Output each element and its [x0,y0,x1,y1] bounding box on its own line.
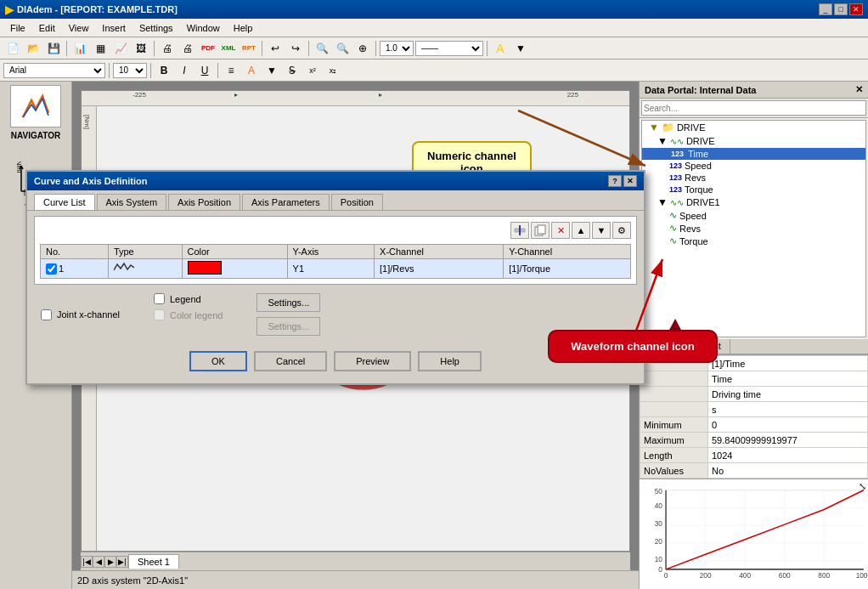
tree-item-drive1-wf[interactable]: ▼ ∿∿ DRIVE1 [642,195,865,209]
svg-text:200: 200 [700,572,712,580]
tree-item-revs[interactable]: 123 Revs [642,172,865,184]
dialog-help-btn[interactable]: ? [608,175,622,187]
tree-item-drive1-torque[interactable]: ∿ Torque [642,235,865,247]
dialog-tab-position[interactable]: Position [331,194,383,210]
undo-btn[interactable]: ↩ [266,40,285,57]
minimize-button[interactable]: _ [819,3,832,15]
tree-item-drive-folder[interactable]: ▼ 📁 DRIVE [642,121,865,134]
color-legend-settings-btn[interactable]: Settings... [256,317,320,336]
table-up-btn[interactable]: ▲ [572,222,590,239]
align-left-btn[interactable]: ≡ [222,62,240,79]
sheet-first-btn[interactable]: |◀ [81,556,93,568]
portal-close-btn[interactable]: ✕ [855,84,863,95]
curve-ychannel-1: [1]/Torque [504,259,631,279]
sheet-prev-btn[interactable]: ◀ [93,556,104,568]
title-bar-controls[interactable]: _ □ ✕ [819,3,863,15]
svg-text:10: 10 [655,556,663,564]
color-swatch-1[interactable] [188,261,222,275]
font-color-arrow[interactable]: ▼ [262,62,281,79]
tsep1 [109,63,110,78]
menu-view[interactable]: View [62,21,96,35]
maximize-button[interactable]: □ [834,3,848,15]
color-btn[interactable]: A [491,40,510,57]
new-btn[interactable]: 📄 [3,40,22,57]
superscript-btn[interactable]: x² [303,62,322,79]
tree-item-time[interactable]: 123 Time [642,148,865,160]
font-size[interactable]: 10 [113,63,147,78]
dialog-close-btn[interactable]: ✕ [623,175,637,187]
redo-btn[interactable]: ↪ [286,40,305,57]
waveform-icon-speed: ∿ [669,210,677,221]
menu-insert[interactable]: Insert [95,21,132,35]
rpt-btn[interactable]: RPT [240,40,258,57]
fit-btn[interactable]: ⊕ [353,40,372,57]
curve-check-1[interactable] [46,263,57,275]
img-btn[interactable]: 🖼 [132,40,150,57]
xml-btn[interactable]: XML [219,40,238,57]
ok-button[interactable]: OK [189,351,247,371]
tree-item-drive1-revs[interactable]: ∿ Revs [642,222,865,235]
table-add-btn[interactable] [510,222,529,239]
tree-item-drive-wf[interactable]: ▼ ∿∿ DRIVE [642,134,865,148]
save-btn[interactable]: 💾 [44,40,63,57]
zoom-out-btn[interactable]: 🔍 [333,40,352,57]
font-family[interactable]: Arial [3,63,105,78]
cancel-button[interactable]: Cancel [254,351,327,371]
chart-btn[interactable]: 📊 [70,40,89,57]
navigator-icon[interactable] [10,85,61,127]
bold-btn[interactable]: B [155,62,173,79]
sheet-next-btn[interactable]: ▶ [104,556,116,568]
table-settings-btn[interactable]: ⚙ [612,222,631,239]
color-arrow[interactable]: ▼ [511,40,530,57]
preview-button[interactable]: Preview [334,351,411,371]
italic-btn[interactable]: I [175,62,194,79]
bar-chart-btn[interactable]: 📈 [111,40,130,57]
close-button[interactable]: ✕ [849,3,863,15]
strike-btn[interactable]: S̶ [283,62,302,79]
subscript-btn[interactable]: x₂ [324,62,342,79]
legend-settings-btn[interactable]: Settings... [256,293,320,312]
table-down-btn[interactable]: ▼ [592,222,611,239]
menu-settings[interactable]: Settings [132,21,180,35]
tree-item-drive1-speed[interactable]: ∿ Speed [642,209,865,222]
drive1-expand-icon: ▼ [657,196,668,208]
menu-file[interactable]: File [3,21,32,35]
color-legend-checkbox[interactable] [154,309,165,320]
table-btn[interactable]: ▦ [91,40,110,57]
joint-x-option: Joint x-channel [41,293,120,336]
dialog-controls[interactable]: ? ✕ [608,175,637,187]
underline-btn[interactable]: U [195,62,214,79]
table-copy-btn[interactable] [531,222,550,239]
dialog-tab-axis-parameters[interactable]: Axis Parameters [242,194,330,210]
legend-checkbox[interactable] [154,293,165,304]
joint-x-checkbox[interactable] [41,309,52,320]
open-btn[interactable]: 📂 [24,40,42,57]
table-delete-btn[interactable]: ✕ [551,222,570,239]
portal-search-input[interactable] [641,100,866,116]
sheet-last-btn[interactable]: ▶| [116,556,128,568]
help-button[interactable]: Help [418,351,482,371]
dialog-tab-axis-position[interactable]: Axis Position [168,194,240,210]
dialog-action-buttons: OK Cancel Preview Help [34,344,637,378]
line-dropdown[interactable]: —— [415,41,483,56]
tree-item-speed[interactable]: 123 Speed [642,160,865,172]
tree-label-drive1-revs: Revs [679,224,701,234]
tree-item-torque[interactable]: 123 Torque [642,184,865,195]
chart-expand-btn[interactable]: ⤡ [859,481,866,492]
print2-btn[interactable]: 🖨 [178,40,197,57]
print-btn[interactable]: 🖨 [158,40,177,57]
menu-edit[interactable]: Edit [32,21,62,35]
dialog-tab-axis-system[interactable]: Axis System [97,194,167,210]
zoom-in-btn[interactable]: 🔍 [313,40,331,57]
zoom-dropdown[interactable]: 1.0 [380,41,414,56]
menu-window[interactable]: Window [180,21,227,35]
sheet-tab-1[interactable]: Sheet 1 [128,554,179,569]
dialog-tab-curve-list[interactable]: Curve List [34,194,95,210]
drive-expand-icon: ▼ [657,135,668,147]
prop-key-desc [640,387,708,402]
curve-row-1[interactable]: 1 Y1 [1]/Revs [1]/Torq [41,259,631,279]
menu-help[interactable]: Help [227,21,260,35]
pdf-btn[interactable]: PDF [199,40,217,57]
curve-color-1[interactable] [182,259,287,279]
font-color-btn[interactable]: A [242,62,261,79]
